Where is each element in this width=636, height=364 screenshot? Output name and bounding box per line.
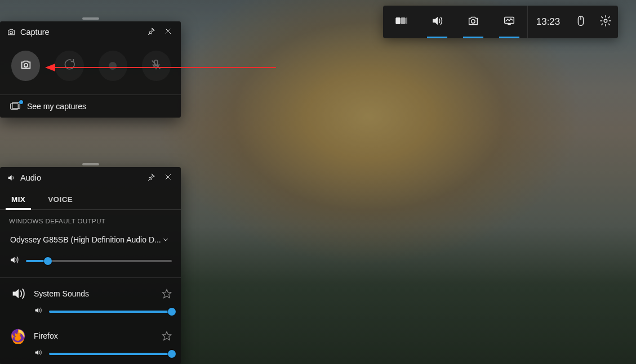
gallery-icon	[10, 102, 21, 111]
gamebar-performance-button[interactable]	[491, 6, 527, 38]
app-icon	[9, 327, 27, 345]
svg-point-9	[10, 31, 13, 34]
audio-panel-title: Audio	[20, 173, 41, 182]
capture-panel: Capture	[0, 21, 181, 118]
output-device-value: Odyssey G85SB (High Definition Audio D..…	[10, 235, 162, 244]
speaker-icon	[34, 306, 42, 317]
svg-rect-0	[396, 18, 400, 24]
slider-thumb[interactable]	[44, 257, 52, 265]
see-my-captures-button[interactable]: See my captures	[0, 95, 181, 118]
pin-icon	[147, 173, 155, 183]
rewind-icon	[63, 59, 75, 73]
gamebar-widgets-button[interactable]	[383, 6, 419, 38]
notification-dot	[19, 100, 23, 104]
close-icon	[164, 173, 172, 183]
speaker-icon	[9, 255, 19, 267]
app-name-label: System Sounds	[34, 289, 155, 298]
capture-actions-row	[0, 43, 181, 95]
favorite-star-button[interactable]	[162, 289, 172, 299]
speaker-icon	[34, 348, 42, 359]
screenshot-button[interactable]	[11, 51, 40, 81]
gamebar-audio-button[interactable]	[419, 6, 455, 38]
start-record-button[interactable]	[99, 51, 127, 81]
audio-apps-list: System SoundsFirefox	[0, 280, 181, 364]
svg-rect-2	[406, 18, 407, 24]
speaker-icon	[431, 15, 443, 29]
see-my-captures-label: See my captures	[27, 102, 86, 111]
record-last-button[interactable]	[55, 51, 83, 81]
close-icon	[164, 27, 172, 37]
audio-panel-header: Audio	[0, 167, 181, 188]
audio-panel-grip[interactable]	[82, 163, 99, 165]
svg-marker-21	[163, 290, 171, 298]
app-name-label: Firefox	[34, 331, 155, 340]
master-volume-row	[0, 255, 181, 277]
gamebar-toolbar: 13:23	[383, 6, 618, 38]
gamebar-capture-button[interactable]	[455, 6, 491, 38]
camera-icon	[20, 59, 32, 73]
chevron-down-icon	[162, 236, 170, 244]
camera-icon	[7, 28, 16, 37]
audio-app-row: Firefox	[0, 322, 181, 364]
audio-tabs: MIX VOICE	[0, 188, 181, 210]
tab-mix[interactable]: MIX	[0, 191, 37, 209]
audio-panel: Audio MIX VOICE WINDOWS DEFAULT OUTPUT O…	[0, 167, 181, 364]
slider-thumb[interactable]	[168, 308, 176, 316]
audio-close-button[interactable]	[159, 169, 176, 186]
favorite-star-button[interactable]	[162, 331, 172, 341]
capture-panel-title: Capture	[20, 28, 50, 37]
app-volume-slider[interactable]	[49, 311, 172, 313]
gamebar-settings-button[interactable]	[593, 6, 618, 38]
audio-app-row: System Sounds	[0, 280, 181, 322]
output-device-dropdown[interactable]: Odyssey G85SB (High Definition Audio D..…	[8, 230, 173, 249]
app-volume-slider[interactable]	[49, 353, 172, 355]
svg-point-3	[472, 20, 475, 23]
gamebar-audio-active-indicator	[427, 37, 447, 38]
default-output-label: WINDOWS DEFAULT OUTPUT	[0, 210, 181, 228]
pin-icon	[147, 27, 155, 37]
gamebar-capture-active-indicator	[463, 37, 483, 38]
app-icon	[9, 285, 27, 303]
gamebar-performance-active-indicator	[499, 37, 519, 38]
capture-close-button[interactable]	[159, 24, 176, 41]
camera-icon	[467, 15, 479, 29]
mic-toggle-button[interactable]	[142, 51, 171, 81]
gear-icon	[599, 15, 612, 29]
capture-panel-header: Capture	[0, 21, 181, 43]
slider-thumb[interactable]	[168, 350, 176, 358]
gamebar-clock: 13:23	[528, 6, 568, 38]
mouse-icon	[575, 15, 587, 29]
svg-point-12	[24, 64, 27, 67]
record-icon	[109, 62, 117, 70]
master-volume-slider[interactable]	[26, 260, 172, 262]
performance-icon	[503, 15, 515, 29]
svg-point-8	[604, 19, 607, 23]
widgets-icon	[395, 15, 407, 29]
tab-voice[interactable]: VOICE	[37, 191, 84, 209]
audio-divider	[0, 277, 181, 278]
svg-rect-1	[401, 18, 405, 24]
capture-pin-button[interactable]	[143, 24, 159, 41]
mic-off-icon	[150, 59, 162, 73]
audio-pin-button[interactable]	[143, 169, 159, 186]
gamebar-mouse-button[interactable]	[568, 6, 593, 38]
speaker-icon	[7, 173, 16, 182]
svg-marker-23	[163, 332, 171, 340]
capture-panel-grip[interactable]	[82, 17, 99, 20]
